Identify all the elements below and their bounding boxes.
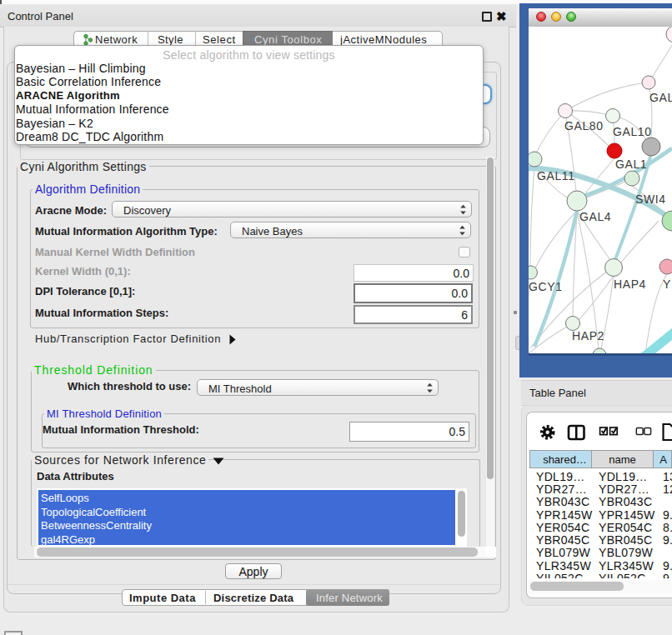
svg-text:SWI4: SWI4 xyxy=(635,192,666,206)
svg-text:GAL4: GAL4 xyxy=(579,210,611,223)
svg-text:GAL11: GAL11 xyxy=(537,169,575,182)
svg-text:GAL1: GAL1 xyxy=(615,158,647,171)
svg-text:HAP2: HAP2 xyxy=(572,329,604,342)
svg-text:GAL7: GAL7 xyxy=(649,91,672,104)
svg-text:GAL80: GAL80 xyxy=(564,119,604,132)
svg-text:HAP4: HAP4 xyxy=(614,278,646,291)
svg-text:Y: Y xyxy=(663,278,671,291)
svg-text:GCY1: GCY1 xyxy=(529,280,563,293)
svg-text:GAL10: GAL10 xyxy=(613,125,652,138)
